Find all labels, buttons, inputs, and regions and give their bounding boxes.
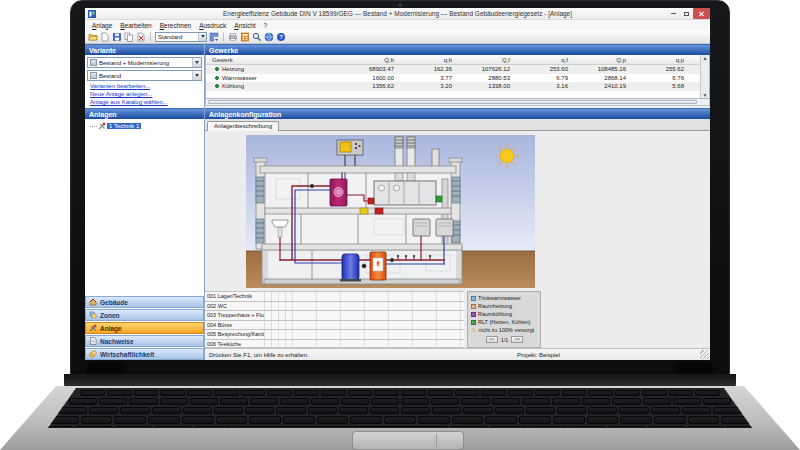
zone-row-1[interactable]: 002 WC xyxy=(205,301,464,311)
menu-item-4[interactable]: Ansicht xyxy=(230,22,259,29)
gewerke-header: Gewerke xyxy=(205,44,710,55)
sidebar-link-2[interactable]: Anlage aus Katalog wählen... xyxy=(90,99,200,105)
key xyxy=(99,398,127,405)
table-horizontal-scrollbar[interactable] xyxy=(205,99,710,106)
supply-cell-dhw xyxy=(264,330,271,339)
key xyxy=(283,416,315,424)
variant-box: Bestand + Modernisierung Bestand Variant… xyxy=(85,55,204,108)
key xyxy=(267,390,292,396)
table-row-heizung[interactable]: Heizung68903.47162.36107626.12253.601084… xyxy=(206,65,709,74)
variant-secondary-select[interactable]: Bestand xyxy=(87,70,202,81)
nav-stack: GebäudeZonenAnlageNachweiseWirtschaftlic… xyxy=(85,295,204,360)
legend-item-heating: Raumheizung xyxy=(471,302,538,310)
column-header-1[interactable]: Q,b xyxy=(341,57,399,63)
column-header-4[interactable]: q,f xyxy=(515,57,573,63)
new-document-icon[interactable] xyxy=(100,32,110,42)
key xyxy=(348,390,373,396)
key xyxy=(428,390,453,396)
key xyxy=(148,416,180,424)
copy-icon[interactable] xyxy=(124,32,134,42)
status-dot-icon xyxy=(215,67,219,71)
key xyxy=(308,407,337,414)
key xyxy=(492,398,520,405)
legend-item-dhw: Trinkwarmwasser xyxy=(471,294,538,302)
key xyxy=(69,398,97,405)
column-header-0[interactable]: Gewerk xyxy=(206,57,341,63)
help-icon[interactable]: ? xyxy=(276,32,286,42)
key xyxy=(81,416,113,424)
table-row-warmwasser[interactable]: Warmwasser1600.003.772880.536.792868.146… xyxy=(206,74,709,83)
close-button[interactable] xyxy=(693,8,710,19)
menu-item-0[interactable]: Anlage xyxy=(88,22,116,29)
column-header-5[interactable]: Q,p xyxy=(573,57,631,63)
key xyxy=(452,416,484,424)
cell-value: 3.77 xyxy=(399,75,457,81)
status-dot-icon xyxy=(215,84,219,88)
status-hint: Drücken Sie F1, um Hilfe zu erhalten. xyxy=(209,352,309,358)
keyboard xyxy=(0,388,800,428)
building-icon xyxy=(89,298,97,306)
print-icon[interactable] xyxy=(228,32,238,42)
table-row-kühlung[interactable]: Kühlung1356.623.201338.003.162410.195.68 xyxy=(206,82,709,91)
pager-prev-button[interactable]: << xyxy=(486,336,498,343)
cell-value: 68903.47 xyxy=(341,66,399,72)
layout-select-icon[interactable] xyxy=(209,32,219,42)
column-header-3[interactable]: Q,f xyxy=(457,57,515,63)
supply-cell-heating xyxy=(271,292,278,301)
anlagenkonfiguration-header: Anlagenkonfiguration xyxy=(205,108,710,119)
maximize-button[interactable] xyxy=(680,8,693,19)
keyboard-row xyxy=(69,398,731,405)
zone-label: 006 Teeküche xyxy=(205,340,264,348)
zone-row-3[interactable]: 004 Büros xyxy=(205,320,464,330)
key xyxy=(160,390,185,396)
sidebar-nav-nachweise[interactable]: Nachweise xyxy=(85,335,204,347)
pager-next-button[interactable]: >> xyxy=(511,336,523,343)
sidebar-nav-wirtschaftlichkeit[interactable]: Wirtschaftlichkeit xyxy=(85,348,204,360)
key xyxy=(508,390,533,396)
preset-value: Standard xyxy=(158,34,182,40)
key xyxy=(339,407,368,414)
save-icon[interactable] xyxy=(112,32,122,42)
table-vertical-scrollbar[interactable]: ▲ ▼ xyxy=(700,55,709,98)
chevron-down-icon[interactable] xyxy=(192,58,201,67)
column-header-2[interactable]: q,b xyxy=(399,57,457,63)
key xyxy=(129,398,157,405)
key xyxy=(688,416,720,424)
resize-grip[interactable] xyxy=(700,350,709,359)
menu-item-2[interactable]: Berechnen xyxy=(156,22,195,29)
web-icon[interactable] xyxy=(264,32,274,42)
tab-anlagenbeschreibung[interactable]: Anlagenbeschreibung xyxy=(207,121,279,131)
menu-item-1[interactable]: Bearbeiten xyxy=(116,22,155,29)
zoom-icon[interactable] xyxy=(252,32,262,42)
sidebar-link-0[interactable]: Varianten bearbeiten... xyxy=(90,83,200,89)
variant-icon xyxy=(90,72,97,79)
menu-item-3[interactable]: Ausdruck xyxy=(195,22,230,29)
preset-select[interactable]: Standard xyxy=(155,32,207,42)
tree-item-technik[interactable]: 1 Technik 1 xyxy=(87,122,202,130)
chevron-down-icon[interactable] xyxy=(192,71,201,80)
calculate-icon[interactable] xyxy=(240,32,250,42)
open-icon[interactable] xyxy=(88,32,98,42)
reports-icon xyxy=(89,337,97,345)
zone-row-4[interactable]: 005 Besprechung/Kantine xyxy=(205,329,464,339)
scroll-up-icon[interactable]: ▲ xyxy=(703,55,708,61)
cell-value: 5.68 xyxy=(631,83,689,89)
sidebar-nav-anlage[interactable]: Anlage xyxy=(85,322,204,334)
sidebar-nav-zonen[interactable]: Zonen xyxy=(85,309,204,321)
sidebar-nav-gebäude[interactable]: Gebäude xyxy=(85,296,204,308)
delete-icon[interactable] xyxy=(136,32,146,42)
scroll-down-icon[interactable]: ▼ xyxy=(703,92,708,98)
key xyxy=(553,416,585,424)
column-header-6[interactable]: q,p xyxy=(631,57,689,63)
zone-row-0[interactable]: 001 Lager/Technik xyxy=(205,291,464,301)
minimize-button[interactable] xyxy=(667,8,680,19)
zone-row-5[interactable]: 006 Teeküche xyxy=(205,339,464,349)
variant-primary-select[interactable]: Bestand + Modernisierung xyxy=(87,57,202,68)
menu-item-5[interactable]: ? xyxy=(260,22,272,29)
key xyxy=(619,407,648,414)
sidebar-link-1[interactable]: Neue Anlage anlegen... xyxy=(90,91,200,97)
key xyxy=(182,416,214,424)
supply-cell-heating xyxy=(271,330,278,339)
zone-row-2[interactable]: 003 Treppenhaus + Flure xyxy=(205,310,464,320)
building-schematic xyxy=(246,135,535,288)
